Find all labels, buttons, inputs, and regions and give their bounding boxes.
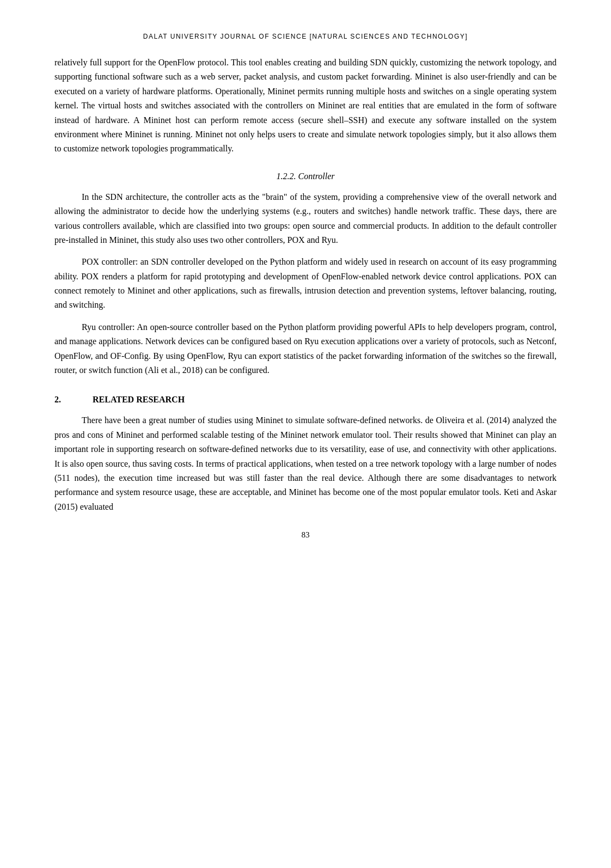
section-1-2-2-paragraph-1: In the SDN architecture, the controller …	[54, 190, 557, 248]
section-2-number: 2.	[54, 395, 71, 405]
page-number: 83	[54, 530, 557, 540]
section-2-paragraph-1: There have been a great number of studie…	[54, 413, 557, 514]
section-2-title: RELATED RESEARCH	[93, 395, 185, 405]
section-2-heading: 2. RELATED RESEARCH	[54, 395, 557, 405]
journal-header: DALAT UNIVERSITY JOURNAL OF SCIENCE [NAT…	[54, 33, 557, 40]
intro-paragraph: relatively full support for the OpenFlow…	[54, 56, 557, 156]
section-1-2-2-heading: 1.2.2. Controller	[54, 172, 557, 181]
page: DALAT UNIVERSITY JOURNAL OF SCIENCE [NAT…	[0, 0, 611, 868]
section-1-2-2-paragraph-2: POX controller: an SDN controller develo…	[54, 255, 557, 313]
section-1-2-2-paragraph-3: Ryu controller: An open-source controlle…	[54, 320, 557, 378]
